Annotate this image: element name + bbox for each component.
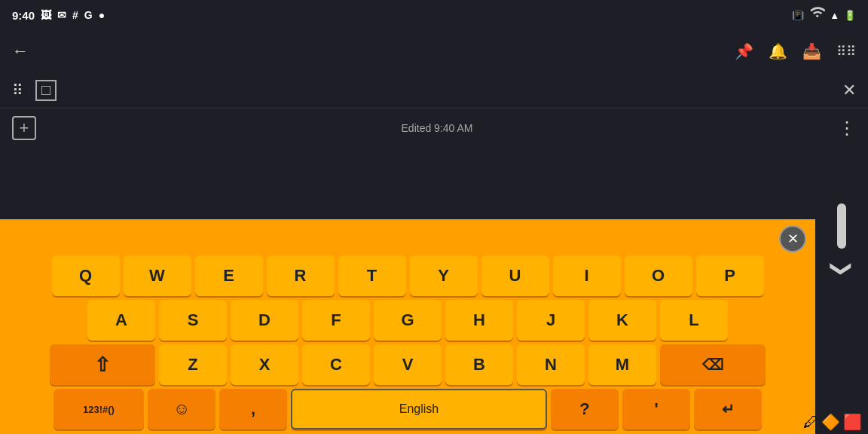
notification-bell-button[interactable]: 🔔 — [769, 42, 787, 60]
key-b[interactable]: B — [445, 344, 513, 385]
keyboard-top-bar: ✕ — [3, 224, 812, 255]
toolbar-row: ⠿ □ ✕ — [0, 72, 868, 108]
numbers-key[interactable]: 123!#() — [53, 389, 144, 429]
key-n[interactable]: N — [517, 344, 585, 385]
squiggle-icon: 🖊 — [803, 414, 818, 431]
key-h[interactable]: H — [445, 300, 513, 341]
shift-key[interactable]: ⇧ — [50, 344, 155, 385]
key-v[interactable]: V — [374, 344, 442, 385]
edited-timestamp: Edited 9:40 AM — [402, 122, 473, 134]
status-bar: 9:40 🖼 ✉ # G ● 📳 ▲ 🔋 — [0, 0, 868, 30]
signal-icon: ▲ — [830, 10, 839, 21]
key-r[interactable]: R — [267, 255, 335, 296]
more-options-button[interactable]: ⋮ — [838, 118, 856, 139]
key-l[interactable]: L — [660, 300, 728, 341]
key-e[interactable]: E — [195, 255, 263, 296]
battery-icon: 🔋 — [844, 10, 856, 21]
key-row-4: 123!#() ☺ , English ? ' ↵ — [3, 389, 812, 429]
key-u[interactable]: U — [481, 255, 549, 296]
grid-view-button[interactable]: ⠿ — [12, 81, 23, 99]
app-bar-left: ← — [12, 41, 29, 61]
key-a[interactable]: A — [87, 300, 155, 341]
keyboard-area: ✕ Q W E R T Y U I O P A S D F G H J K L … — [0, 219, 815, 434]
close-icon: ✕ — [787, 231, 799, 247]
enter-key[interactable]: ↵ — [694, 389, 762, 429]
red-square-icon: 🟥 — [843, 413, 862, 431]
key-y[interactable]: Y — [410, 255, 478, 296]
close-format-button[interactable]: ✕ — [842, 81, 856, 100]
dot-icon: ● — [99, 9, 105, 21]
right-panel: ❯ — [815, 196, 868, 281]
wifi-icon — [808, 5, 825, 25]
note-bar: + Edited 9:40 AM ⋮ — [0, 108, 868, 148]
mail-icon: ✉ — [57, 9, 66, 21]
key-i[interactable]: I — [553, 255, 621, 296]
photo-icon: 🖼 — [41, 9, 51, 21]
add-item-button[interactable]: + — [12, 116, 36, 140]
key-row-3: ⇧ Z X C V B N M ⌫ — [3, 344, 812, 385]
status-left: 9:40 🖼 ✉ # G ● — [12, 9, 105, 22]
keyboard-toggle-button[interactable]: ⠿⠿ — [836, 43, 856, 60]
vibrate-icon: 📳 — [792, 10, 804, 21]
pin-button[interactable]: 📌 — [735, 42, 753, 60]
status-icons-right: 📳 ▲ 🔋 — [792, 5, 856, 25]
toolbar-left: ⠿ □ — [12, 80, 57, 101]
back-button[interactable]: ← — [12, 41, 29, 61]
chevron-down-icon[interactable]: ❯ — [830, 260, 854, 277]
comma-key[interactable]: , — [219, 389, 287, 429]
emoji-key[interactable]: ☺ — [148, 389, 215, 429]
key-row-2: A S D F G H J K L — [3, 300, 812, 341]
key-d[interactable]: D — [231, 300, 298, 341]
key-t[interactable]: T — [338, 255, 406, 296]
news-icon: G — [84, 9, 93, 21]
bottom-icons: 🖊 🔶 🟥 — [803, 413, 862, 431]
question-key[interactable]: ? — [551, 389, 619, 429]
keyboard-close-button[interactable]: ✕ — [779, 225, 806, 252]
archive-button[interactable]: 📥 — [802, 42, 821, 60]
key-q[interactable]: Q — [52, 255, 120, 296]
apostrophe-key[interactable]: ' — [622, 389, 690, 429]
space-key[interactable]: English — [291, 389, 547, 429]
key-k[interactable]: K — [588, 300, 656, 341]
key-p[interactable]: P — [696, 255, 764, 296]
key-o[interactable]: O — [625, 255, 692, 296]
time-display: 9:40 — [12, 9, 35, 22]
key-x[interactable]: X — [231, 344, 298, 385]
slack-icon: # — [72, 9, 78, 21]
toolbar-right: ✕ — [842, 81, 856, 100]
key-row-1: Q W E R T Y U I O P — [3, 255, 812, 296]
app-bar-right: 📌 🔔 📥 ⠿⠿ — [735, 42, 856, 60]
key-s[interactable]: S — [159, 300, 227, 341]
key-f[interactable]: F — [302, 300, 370, 341]
key-c[interactable]: C — [302, 344, 370, 385]
backspace-key[interactable]: ⌫ — [660, 344, 766, 385]
app-bar: ← 📌 🔔 📥 ⠿⠿ — [0, 30, 868, 72]
key-g[interactable]: G — [374, 300, 442, 341]
key-j[interactable]: J — [517, 300, 585, 341]
key-w[interactable]: W — [124, 255, 191, 296]
key-m[interactable]: M — [588, 344, 656, 385]
layout-button[interactable]: □ — [35, 80, 57, 101]
diamond-icon: 🔶 — [821, 413, 840, 431]
key-z[interactable]: Z — [159, 344, 227, 385]
scroll-handle[interactable] — [837, 203, 846, 249]
